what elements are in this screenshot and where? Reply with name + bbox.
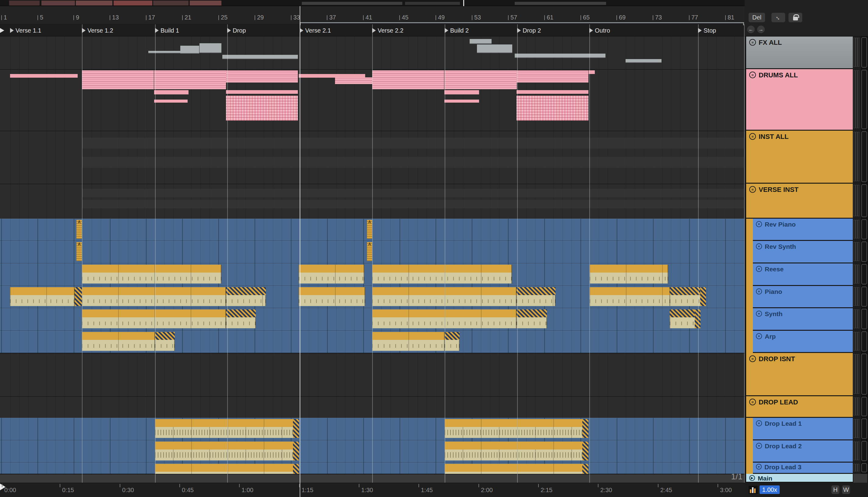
clip-body[interactable] — [299, 295, 365, 306]
locator-build-2[interactable]: Build 2 — [445, 27, 469, 34]
clip-hatch[interactable] — [516, 287, 556, 295]
clip-mini[interactable]: A — [367, 242, 372, 261]
clip-ghost[interactable] — [82, 189, 745, 197]
track-header-drop-lead[interactable]: ≡DROP LEAD — [746, 396, 853, 418]
track-scroll-segment[interactable] — [861, 354, 867, 395]
clip-head[interactable] — [82, 265, 222, 272]
track-scroll-segment[interactable] — [861, 397, 867, 416]
clip-pinkdense[interactable] — [226, 96, 298, 120]
locator-verse-2-1[interactable]: Verse 2.1 — [300, 27, 331, 34]
track-fold-icon[interactable]: ▾ — [756, 443, 762, 449]
clip-head[interactable] — [445, 419, 588, 427]
clip-pinkrows[interactable] — [335, 77, 372, 84]
clip-pink[interactable] — [516, 90, 588, 94]
h-zoom-button[interactable]: H — [831, 485, 839, 494]
locator-verse-2-2[interactable]: Verse 2.2 — [372, 27, 403, 34]
clip-body[interactable] — [82, 340, 155, 351]
locator-build-1[interactable]: Build 1 — [155, 27, 179, 34]
track-header-piano[interactable]: ▾Piano — [753, 286, 853, 308]
track-header-rev-piano[interactable]: ▾Rev Piano — [753, 219, 853, 241]
track-scroll-segment[interactable] — [861, 184, 867, 217]
clip-gray[interactable] — [470, 39, 492, 44]
clip-hatch[interactable] — [226, 309, 256, 317]
clip-hatchf[interactable] — [695, 309, 700, 328]
locator-outro[interactable]: Outro — [589, 27, 610, 34]
clip-bodyd[interactable] — [445, 450, 588, 460]
track-header-drop-lead-1[interactable]: ▾Drop Lead 1 — [753, 418, 853, 440]
track-scroll-segment[interactable] — [861, 37, 867, 68]
track-scroll-segment[interactable] — [861, 463, 867, 472]
speed-multiplier-chip[interactable]: 1.00x — [759, 485, 780, 494]
clip-head[interactable] — [372, 265, 512, 272]
track-scroll-segment[interactable] — [861, 241, 867, 262]
track-fold-icon[interactable]: ▾ — [756, 464, 762, 470]
clip-hatchf[interactable] — [582, 419, 588, 438]
clip-mini[interactable]: A — [76, 242, 82, 261]
clip-gray[interactable] — [477, 44, 512, 53]
bar-ruler[interactable] — [0, 6, 745, 24]
clip-pink[interactable] — [10, 74, 78, 78]
clip-head[interactable] — [372, 332, 445, 340]
clip-body[interactable] — [299, 272, 364, 284]
clip-pink[interactable] — [444, 90, 479, 95]
back-arrow-button[interactable]: ← — [747, 26, 755, 33]
clip-pinkrows[interactable] — [516, 70, 588, 83]
clip-body[interactable] — [516, 295, 556, 306]
clip-hatchf[interactable] — [75, 287, 82, 306]
lock-button[interactable] — [788, 13, 802, 22]
clip-hatchf[interactable] — [293, 464, 299, 474]
clip-ghost[interactable] — [82, 200, 745, 208]
clip-head[interactable] — [589, 265, 668, 272]
clip-pink[interactable] — [226, 90, 298, 94]
clip-pinkdense[interactable] — [516, 96, 588, 120]
track-fold-icon[interactable]: ▾ — [756, 266, 762, 272]
track-header-drop-lead-2[interactable]: ▾Drop Lead 2 — [753, 440, 853, 463]
clip-body[interactable] — [82, 317, 226, 328]
track-scroll-segment[interactable] — [861, 219, 867, 239]
track-fold-icon[interactable]: ▾ — [756, 288, 762, 295]
clip-body[interactable] — [155, 340, 175, 351]
clip-gray[interactable] — [515, 54, 606, 58]
track-header-reese[interactable]: ▾Reese — [753, 264, 853, 286]
clip-head[interactable] — [445, 442, 588, 450]
clip-gray[interactable] — [180, 46, 199, 54]
clip-pinkrows[interactable] — [154, 70, 226, 89]
clip-pinkrows[interactable] — [372, 70, 444, 89]
locator-stop[interactable]: Stop — [698, 27, 716, 34]
group-fold-icon[interactable]: ≡ — [749, 39, 756, 46]
clip-gray[interactable] — [222, 55, 298, 59]
clip-head[interactable] — [445, 464, 588, 472]
locator-drop-2[interactable]: Drop 2 — [517, 27, 541, 34]
locator-verse-1-2[interactable]: Verse 1.2 — [82, 27, 113, 34]
clip-pink[interactable] — [444, 100, 479, 103]
clip-body[interactable] — [589, 272, 668, 284]
clip-hatch[interactable] — [226, 287, 266, 295]
clip-head[interactable] — [372, 287, 516, 295]
track-header-verse-inst[interactable]: ≡VERSE INST — [746, 184, 853, 219]
clip-mini[interactable]: A — [76, 220, 82, 239]
locator-drop[interactable]: Drop — [227, 27, 246, 34]
track-fold-icon[interactable]: ▾ — [756, 243, 762, 250]
clip-pink[interactable] — [154, 100, 188, 103]
clip-head[interactable] — [82, 332, 155, 340]
group-fold-icon[interactable]: ≡ — [749, 133, 756, 140]
delete-button[interactable]: Del — [749, 13, 765, 22]
clip-gray[interactable] — [199, 43, 222, 53]
clip-body[interactable] — [10, 295, 75, 306]
clip-head[interactable] — [10, 287, 75, 295]
track-fold-icon[interactable]: ▾ — [756, 221, 762, 227]
clip-body[interactable] — [372, 340, 445, 351]
clip-head[interactable] — [82, 309, 226, 317]
track-header-inst-all[interactable]: ≡INST ALL — [746, 131, 853, 184]
play-icon[interactable]: ▶ — [749, 475, 755, 481]
loop-brace[interactable] — [300, 22, 744, 25]
track-scroll-segment[interactable] — [861, 287, 867, 307]
clip-body[interactable] — [226, 295, 266, 306]
clip-pinkrows[interactable] — [444, 70, 517, 89]
track-scroll-segment[interactable] — [861, 309, 867, 329]
clip-pink[interactable] — [154, 90, 188, 95]
clip-ghost[interactable] — [82, 157, 745, 168]
track-header-synth[interactable]: ▾Synth — [753, 308, 853, 331]
clip-pinkrows[interactable] — [226, 70, 298, 83]
track-scroll-segment[interactable] — [861, 264, 867, 284]
